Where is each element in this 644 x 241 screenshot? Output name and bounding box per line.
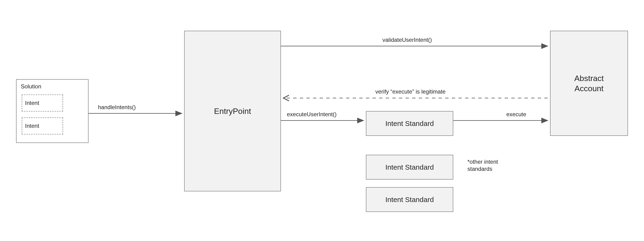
- abstract-account-box: Abstract Account: [550, 31, 628, 136]
- diagram-canvas: EntryPoint (verify execute, dashed) --> …: [0, 0, 644, 241]
- solution-title: Solution: [21, 83, 41, 90]
- label-execute: execute: [506, 111, 526, 118]
- solution-intent-2: Intent: [22, 117, 63, 134]
- entrypoint-box: EntryPoint: [184, 31, 281, 191]
- note-other-intent-standards: *other intent standards: [468, 158, 498, 172]
- label-verify-execute: verify “execute” is legitimate: [375, 88, 446, 95]
- intent-standard-1: Intent Standard: [366, 111, 453, 136]
- diagram-connectors: EntryPoint (verify execute, dashed) -->: [0, 0, 644, 241]
- intent-standard-3: Intent Standard: [366, 187, 453, 212]
- label-validate-user-intent: validateUserIntent(): [382, 37, 432, 43]
- intent-standard-2: Intent Standard: [366, 155, 453, 180]
- solution-intent-1: Intent: [22, 95, 63, 112]
- label-handle-intents: handleIntents(): [98, 104, 136, 111]
- label-execute-user-intent: executeUserIntent(): [287, 111, 337, 118]
